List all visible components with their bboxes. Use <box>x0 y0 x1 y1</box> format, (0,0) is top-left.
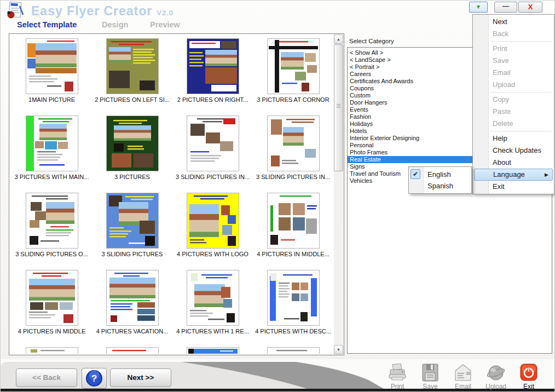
minimize-icon: — <box>502 2 509 10</box>
template-cell[interactable]: 4 PICTURES IN MIDDLE... <box>253 193 333 270</box>
tab-design[interactable]: Design <box>102 20 128 29</box>
menu-item-label: Print <box>493 44 507 53</box>
menu-item-help[interactable]: Help <box>473 132 554 145</box>
menu-item-label: Delete <box>493 119 513 128</box>
dock-save-button[interactable]: Save <box>418 364 443 390</box>
menu-item-email[interactable]: Email <box>473 67 554 79</box>
template-thumbnail[interactable] <box>267 270 320 326</box>
action-dock: PrintSaveEmailUploadExit <box>385 364 541 390</box>
dock-print-button[interactable]: Print <box>385 364 410 390</box>
template-thumbnail[interactable] <box>26 347 78 354</box>
template-cell[interactable]: 3 SLIDING PICTURES IN... <box>253 116 333 193</box>
template-scrollbar[interactable]: ▲ ▼ <box>334 34 343 354</box>
menu-item-print[interactable]: Print <box>473 43 554 55</box>
help-button[interactable]: ? <box>82 368 107 389</box>
template-cell[interactable]: 3 PICTURES WITH MAIN... <box>11 116 92 193</box>
scrollbar-thumb[interactable] <box>334 44 343 171</box>
template-thumbnail[interactable] <box>106 193 159 249</box>
submenu-item-label: Spanish <box>427 182 453 190</box>
menu-item-upload[interactable]: Upload <box>473 79 554 91</box>
window-menu-button[interactable]: ▼ <box>469 2 488 13</box>
dock-upload-button[interactable]: Upload <box>483 364 508 390</box>
next-button[interactable]: Next >> <box>110 368 171 387</box>
template-thumbnail[interactable] <box>267 193 320 249</box>
template-thumbnail[interactable] <box>106 38 159 94</box>
template-cell-partial[interactable] <box>172 347 253 354</box>
template-thumbnail[interactable] <box>187 193 239 249</box>
menu-item-language[interactable]: Language▶ <box>474 169 553 181</box>
template-name: 3 SLIDING PICTURES IN... <box>256 174 330 180</box>
close-icon: X <box>528 3 533 11</box>
template-cell-partial[interactable] <box>11 347 92 354</box>
template-thumbnail[interactable] <box>106 270 159 326</box>
template-name: 4 PICTURES IN MIDDLE... <box>257 251 329 257</box>
menu-item-label: Back <box>493 30 508 38</box>
template-cell-partial[interactable] <box>92 347 172 354</box>
template-cell[interactable]: 2 PICTURES ON RIGHT... <box>172 38 253 116</box>
template-cell[interactable]: 1MAIN PICTURE <box>11 38 92 116</box>
template-thumbnail[interactable] <box>267 116 320 171</box>
menu-item-label: Next <box>493 18 507 26</box>
template-thumbnail[interactable] <box>26 270 78 326</box>
menu-item-label: Upload <box>493 80 515 89</box>
menu-item-label: Exit <box>493 182 505 191</box>
dock-email-button[interactable]: Email <box>450 364 476 390</box>
globe-icon <box>483 364 508 382</box>
menu-item-save[interactable]: Save <box>473 55 554 67</box>
template-cell[interactable]: 3 PICTURES AT CORNOR <box>253 38 333 116</box>
tab-select-template[interactable]: Select Template <box>17 20 77 29</box>
template-name: 3 SLIDING PICTURES O... <box>15 251 88 257</box>
menu-item-label: Paste <box>493 107 511 116</box>
menu-item-back[interactable]: Back <box>473 28 554 40</box>
menu-item-paste[interactable]: Paste <box>473 106 554 118</box>
menu-item-copy[interactable]: Copy <box>473 94 554 106</box>
template-thumbnail[interactable] <box>187 270 239 326</box>
back-button[interactable]: << Back <box>16 368 77 387</box>
menu-item-delete[interactable]: Delete <box>473 118 554 130</box>
menu-item-about[interactable]: About <box>473 157 554 169</box>
template-name: 4 PICTURES WITH DESC... <box>255 328 331 335</box>
submenu-item-label: English <box>427 170 451 178</box>
template-cell[interactable]: 4 PICTURES VACATION... <box>92 270 172 347</box>
template-thumbnail[interactable] <box>26 38 78 94</box>
scroll-up-icon[interactable]: ▲ <box>334 34 343 44</box>
dock-exit-button[interactable]: Exit <box>516 364 541 390</box>
template-name: 4 PICTURES VACATION... <box>96 328 169 335</box>
template-thumbnail[interactable] <box>26 116 78 171</box>
app-title: Easy Flyer CreatorV2.0 <box>31 4 174 19</box>
template-cell[interactable]: 4 PICTURES WITH LOGO <box>172 193 253 270</box>
close-button[interactable]: X <box>518 2 542 13</box>
template-thumbnail[interactable] <box>267 38 320 94</box>
category-label: Select Category <box>349 38 394 44</box>
template-thumbnail[interactable] <box>187 347 239 354</box>
menu-item-label: Copy <box>493 95 509 103</box>
template-cell[interactable]: 4 PICTURES WITH 1 RE... <box>172 270 253 347</box>
template-cell[interactable]: 4 PICTURES WITH DESC... <box>253 270 333 347</box>
template-cell[interactable]: 4 PICTURES IN MIDDLE <box>11 270 92 347</box>
template-cell[interactable]: 2 PICTURES ON LEFT SI... <box>92 38 172 116</box>
dock-label: Print <box>385 383 410 390</box>
template-cell-partial[interactable] <box>253 347 333 354</box>
menu-item-exit[interactable]: Exit <box>473 181 554 193</box>
template-cell[interactable]: 3 PICTURES <box>92 116 172 193</box>
menu-item-label: About <box>493 158 511 166</box>
submenu-item-spanish[interactable]: Spanish <box>409 180 471 192</box>
menu-item-next[interactable]: Next <box>473 16 554 28</box>
template-cell[interactable]: 3 SLIDING PICTURES IN... <box>172 116 253 193</box>
template-thumbnail[interactable] <box>267 347 320 354</box>
template-cell[interactable]: 3 SLIDING PICTURES O... <box>11 193 92 270</box>
template-thumbnail[interactable] <box>106 116 159 171</box>
submenu-item-english[interactable]: ✔English <box>409 169 471 180</box>
minimize-button[interactable]: — <box>494 2 517 13</box>
template-name: 4 PICTURES WITH 1 RE... <box>176 328 249 335</box>
template-cell[interactable]: 3 SLIDING PICTURES <box>92 193 172 270</box>
scroll-down-icon[interactable]: ▼ <box>334 345 343 354</box>
template-name: 3 SLIDING PICTURES <box>102 251 163 257</box>
template-thumbnail[interactable] <box>187 116 239 171</box>
template-thumbnail[interactable] <box>106 347 159 354</box>
tab-preview[interactable]: Preview <box>150 20 180 29</box>
template-thumbnail[interactable] <box>26 193 78 249</box>
menu-item-check-updates[interactable]: Check Updates <box>473 145 554 157</box>
menu-item-label: Help <box>493 134 507 142</box>
template-thumbnail[interactable] <box>187 38 239 94</box>
